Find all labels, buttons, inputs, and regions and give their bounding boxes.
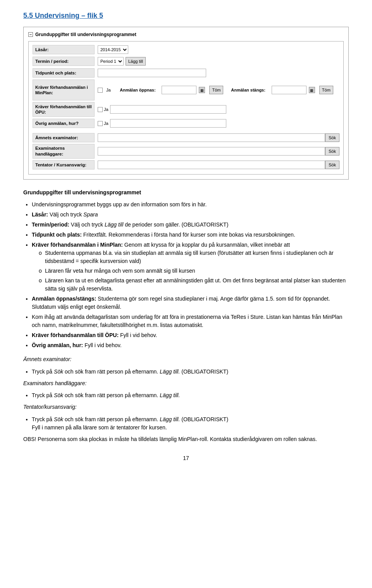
collapse-icon[interactable]: −: [28, 32, 33, 37]
amnet-examinator-label: Ämnets examinator:: [33, 133, 95, 142]
sub-list: Studenterna uppmanas bl.a. via sin studi…: [41, 249, 349, 293]
tentator-row: Tentator / Kursansvarig: Sök: [33, 160, 339, 169]
amnet-examinator-row: Ämnets examinator: Sök: [33, 133, 339, 142]
intro-heading-bold: Grunduppgifter till undervisningsprogram…: [23, 189, 141, 195]
sok-btn-wrap-3: Sök: [325, 161, 339, 169]
opu-checkbox[interactable]: [98, 107, 103, 112]
tentator-label: Tentator / Kursansvarig:: [33, 160, 95, 169]
calendar-icon-1[interactable]: ▦: [199, 87, 205, 93]
bullet-3: Termin/period: Välj och tryck Lägg till …: [32, 221, 349, 229]
ovrig-input[interactable]: [110, 119, 226, 128]
main-bullet-list: Undervisningsprogrammet byggs upp av den…: [32, 201, 349, 349]
ovrig-checkbox[interactable]: [98, 121, 103, 126]
lagg-till-button[interactable]: Lägg till: [126, 57, 146, 66]
tentator-bullet-1: Tryck på Sök och sök fram rätt person på…: [32, 415, 349, 432]
examinatorns-label: Examinatorns handläggare:: [33, 144, 95, 159]
anmalan-oppnas-label: Anmälan öppnas:: [120, 88, 155, 92]
bullet-7: Kom ihåg att använda deltagarlistan som …: [32, 313, 349, 329]
tentator-field: [98, 161, 325, 169]
termin-row: Termin / period: Period 1 Lägg till: [33, 56, 339, 66]
examinatorns-row: Examinatorns handläggare: Sök: [33, 144, 339, 159]
lasår-row: Läsår: 2014-2015: [33, 45, 339, 55]
kräver-opu-row: Kräver förhandsanmälan till ÖPU: Ja: [33, 102, 339, 117]
kräver-minplan-content: Ja Anmälan öppnas: ▦ Töm Anmälan stängs:…: [98, 86, 339, 94]
tentator-heading: Tentator/kursansvarig:: [23, 403, 349, 411]
bullet-8: Kräver förhandsanmälan till ÖPU: Fyll i …: [32, 331, 349, 339]
ovrig-ja-label: Ja: [104, 121, 108, 126]
examinator-heading: Ämnets examinator:: [23, 355, 349, 363]
tidpunkt-input[interactable]: [98, 69, 206, 77]
page-number: 17: [23, 455, 349, 461]
lasår-label: Läsår:: [33, 45, 95, 54]
amnet-examinator-field: [98, 133, 325, 142]
sok-button-1[interactable]: Sök: [325, 133, 339, 142]
bullet-5: Kräver förhandsanmälan i MinPlan: Genom …: [32, 241, 349, 293]
anmalan-stangs-input[interactable]: [272, 86, 307, 94]
lasår-select[interactable]: 2014-2015: [98, 45, 128, 54]
sok-btn-wrap-2: Sök: [325, 147, 339, 156]
box-title-row: − Grunduppgifter till undervisningsprogr…: [28, 32, 344, 37]
examinatorns-heading: Examinators handläggare:: [23, 379, 349, 387]
kräver-opu-label: Kräver förhandsanmälan till ÖPU:: [33, 102, 95, 117]
form-section: Läsår: 2014-2015 Termin / period: Period…: [28, 41, 344, 175]
body-section: Grunduppgifter till undervisningsprogram…: [23, 188, 349, 349]
sub-bullet-3: Läraren kan ta ut en deltagarlista genas…: [41, 277, 349, 293]
examinatorns-list: Tryck på Sök och sök fram rätt person på…: [32, 391, 349, 399]
examinatorns-bullet: Tryck på Sök och sök fram rätt person på…: [32, 391, 349, 399]
bullet-6: Anmälan öppnas/stängs: Studenterna gör s…: [32, 295, 349, 311]
sok-button-3[interactable]: Sök: [325, 161, 339, 169]
ovrig-row: Övrig anmälan, hur? Ja: [33, 118, 339, 128]
tentator-list: Tryck på Sök och sök fram rätt person på…: [32, 415, 349, 432]
examinator-section: Ämnets examinator: Tryck på Sök och sök …: [23, 355, 349, 443]
examinatorns-field: [98, 147, 325, 156]
sok-btn-wrap-1: Sök: [325, 133, 339, 142]
tom-button-2[interactable]: Töm: [319, 86, 333, 94]
examinator-list: Tryck på Sök och sök fram rätt person på…: [32, 368, 349, 376]
examinator-bullet: Tryck på Sök och sök fram rätt person på…: [32, 368, 349, 376]
minplan-ja-label: Ja: [106, 88, 111, 92]
opu-input[interactable]: [110, 105, 226, 114]
box-title-text: Grunduppgifter till undervisningsprogram…: [35, 32, 136, 37]
intro-text: Grunduppgifter till undervisningsprogram…: [23, 188, 349, 197]
termin-select[interactable]: Period 1: [98, 57, 124, 66]
obs-text: OBS! Personerna som ska plockas in måste…: [23, 435, 349, 443]
opu-ja-label: Ja: [104, 107, 108, 112]
calendar-icon-2[interactable]: ▦: [309, 87, 315, 93]
kräver-minplan-row: Kräver förhandsanmälan i MinPlan: Ja Anm…: [33, 80, 339, 100]
anmalan-oppnas-input[interactable]: [162, 86, 196, 94]
tidpunkt-row: Tidpunkt och plats:: [33, 68, 339, 78]
bullet-2: Läsår: Välj och tryck Spara: [32, 211, 349, 219]
bullet-1: Undervisningsprogrammet byggs upp av den…: [32, 201, 349, 209]
ovrig-label: Övrig anmälan, hur?: [33, 119, 95, 128]
tom-button-1[interactable]: Töm: [209, 86, 223, 94]
anmalan-stangs-label: Anmälan stängs:: [231, 88, 265, 92]
bullet-9: Övrig anmälan, hur: Fyll i vid behov.: [32, 341, 349, 349]
page-title: 5.5 Undervisning – flik 5: [23, 12, 349, 20]
bullet-4: Tidpunkt och plats: Fritextfält. Rekomme…: [32, 231, 349, 239]
termin-label: Termin / period:: [33, 57, 95, 66]
tidpunkt-label: Tidpunkt och plats:: [33, 68, 95, 78]
sok-button-2[interactable]: Sök: [325, 147, 339, 156]
screenshot-box: − Grunduppgifter till undervisningsprogr…: [23, 27, 349, 180]
sub-bullet-1: Studenterna uppmanas bl.a. via sin studi…: [41, 249, 349, 265]
kräver-minplan-label: Kräver förhandsanmälan i MinPlan:: [33, 80, 95, 100]
minplan-checkbox[interactable]: [98, 88, 103, 93]
sub-bullet-2: Läraren får veta hur många och vem som a…: [41, 267, 349, 275]
